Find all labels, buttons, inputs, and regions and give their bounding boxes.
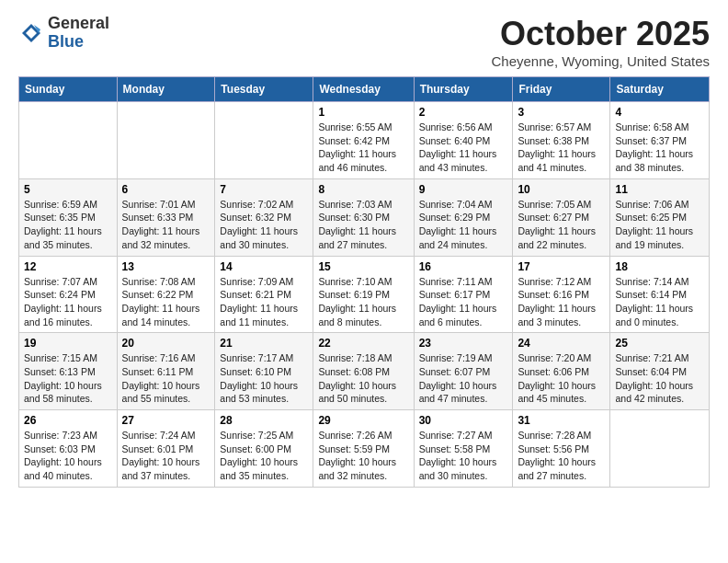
day-number: 2	[419, 106, 508, 119]
day-number: 4	[615, 106, 704, 119]
calendar-cell	[215, 102, 313, 179]
day-info: Sunrise: 7:07 AM Sunset: 6:24 PM Dayligh…	[24, 275, 112, 329]
calendar-cell: 31Sunrise: 7:28 AM Sunset: 5:56 PM Dayli…	[513, 410, 610, 488]
day-number: 10	[518, 183, 605, 196]
day-info: Sunrise: 7:23 AM Sunset: 6:03 PM Dayligh…	[24, 429, 112, 483]
day-number: 3	[518, 106, 605, 119]
logo: General Blue	[18, 15, 109, 52]
day-info: Sunrise: 6:58 AM Sunset: 6:37 PM Dayligh…	[615, 121, 704, 175]
month-title: October 2025	[492, 15, 711, 53]
calendar-cell: 22Sunrise: 7:18 AM Sunset: 6:08 PM Dayli…	[313, 333, 414, 410]
day-number: 20	[122, 337, 210, 350]
day-info: Sunrise: 7:09 AM Sunset: 6:21 PM Dayligh…	[220, 275, 308, 329]
calendar-cell	[19, 102, 118, 179]
logo-icon	[18, 20, 44, 46]
day-number: 1	[318, 106, 408, 119]
day-info: Sunrise: 7:27 AM Sunset: 5:58 PM Dayligh…	[419, 429, 508, 483]
weekday-header-saturday: Saturday	[610, 77, 710, 102]
day-info: Sunrise: 7:05 AM Sunset: 6:27 PM Dayligh…	[518, 198, 605, 252]
day-number: 18	[615, 260, 704, 273]
calendar-cell: 14Sunrise: 7:09 AM Sunset: 6:21 PM Dayli…	[215, 256, 313, 333]
day-info: Sunrise: 7:19 AM Sunset: 6:07 PM Dayligh…	[419, 351, 508, 406]
calendar-cell: 24Sunrise: 7:20 AM Sunset: 6:06 PM Dayli…	[513, 333, 610, 410]
day-number: 17	[518, 260, 605, 273]
calendar-cell: 6Sunrise: 7:01 AM Sunset: 6:33 PM Daylig…	[117, 178, 215, 256]
day-number: 13	[122, 260, 210, 273]
day-info: Sunrise: 7:03 AM Sunset: 6:30 PM Dayligh…	[318, 198, 408, 252]
day-info: Sunrise: 7:14 AM Sunset: 6:14 PM Dayligh…	[615, 275, 704, 329]
day-number: 19	[24, 337, 112, 350]
calendar-cell: 2Sunrise: 6:56 AM Sunset: 6:40 PM Daylig…	[414, 102, 513, 179]
calendar-cell: 16Sunrise: 7:11 AM Sunset: 6:17 PM Dayli…	[414, 256, 513, 333]
calendar-cell: 19Sunrise: 7:15 AM Sunset: 6:13 PM Dayli…	[19, 333, 118, 410]
calendar-cell: 9Sunrise: 7:04 AM Sunset: 6:29 PM Daylig…	[414, 178, 513, 256]
day-info: Sunrise: 7:06 AM Sunset: 6:25 PM Dayligh…	[615, 198, 704, 252]
calendar-cell: 4Sunrise: 6:58 AM Sunset: 6:37 PM Daylig…	[610, 102, 710, 179]
day-info: Sunrise: 7:21 AM Sunset: 6:04 PM Dayligh…	[615, 351, 704, 406]
calendar-cell: 25Sunrise: 7:21 AM Sunset: 6:04 PM Dayli…	[610, 333, 710, 410]
day-number: 21	[220, 337, 308, 350]
calendar-cell: 15Sunrise: 7:10 AM Sunset: 6:19 PM Dayli…	[313, 256, 414, 333]
day-info: Sunrise: 6:59 AM Sunset: 6:35 PM Dayligh…	[24, 198, 112, 252]
day-number: 22	[318, 337, 408, 350]
day-number: 31	[518, 414, 605, 427]
calendar-cell: 20Sunrise: 7:16 AM Sunset: 6:11 PM Dayli…	[117, 333, 215, 410]
day-number: 8	[318, 183, 408, 196]
day-info: Sunrise: 7:01 AM Sunset: 6:33 PM Dayligh…	[122, 198, 210, 252]
weekday-header-wednesday: Wednesday	[313, 77, 414, 102]
day-number: 9	[419, 183, 508, 196]
calendar-cell: 10Sunrise: 7:05 AM Sunset: 6:27 PM Dayli…	[513, 178, 610, 256]
calendar-cell: 26Sunrise: 7:23 AM Sunset: 6:03 PM Dayli…	[19, 410, 118, 488]
weekday-header-monday: Monday	[117, 77, 215, 102]
calendar-cell: 11Sunrise: 7:06 AM Sunset: 6:25 PM Dayli…	[610, 178, 710, 256]
day-info: Sunrise: 7:02 AM Sunset: 6:32 PM Dayligh…	[220, 198, 308, 252]
calendar-cell: 17Sunrise: 7:12 AM Sunset: 6:16 PM Dayli…	[513, 256, 610, 333]
day-info: Sunrise: 7:25 AM Sunset: 6:00 PM Dayligh…	[220, 429, 308, 483]
day-info: Sunrise: 7:24 AM Sunset: 6:01 PM Dayligh…	[122, 429, 210, 483]
calendar-cell	[610, 410, 710, 488]
day-number: 23	[419, 337, 508, 350]
page-header: General Blue October 2025 Cheyenne, Wyom…	[18, 15, 710, 69]
day-info: Sunrise: 6:56 AM Sunset: 6:40 PM Dayligh…	[419, 121, 508, 175]
day-info: Sunrise: 7:20 AM Sunset: 6:06 PM Dayligh…	[518, 351, 605, 406]
calendar-cell: 27Sunrise: 7:24 AM Sunset: 6:01 PM Dayli…	[117, 410, 215, 488]
calendar-cell: 29Sunrise: 7:26 AM Sunset: 5:59 PM Dayli…	[313, 410, 414, 488]
day-number: 27	[122, 414, 210, 427]
calendar-cell	[117, 102, 215, 179]
day-info: Sunrise: 6:57 AM Sunset: 6:38 PM Dayligh…	[518, 121, 605, 175]
day-number: 24	[518, 337, 605, 350]
day-number: 16	[419, 260, 508, 273]
day-number: 25	[615, 337, 704, 350]
day-number: 26	[24, 414, 112, 427]
day-number: 6	[122, 183, 210, 196]
day-number: 5	[24, 183, 112, 196]
day-number: 28	[220, 414, 308, 427]
day-info: Sunrise: 7:16 AM Sunset: 6:11 PM Dayligh…	[122, 351, 210, 406]
weekday-header-sunday: Sunday	[19, 77, 118, 102]
calendar-cell: 18Sunrise: 7:14 AM Sunset: 6:14 PM Dayli…	[610, 256, 710, 333]
day-number: 14	[220, 260, 308, 273]
calendar-cell: 28Sunrise: 7:25 AM Sunset: 6:00 PM Dayli…	[215, 410, 313, 488]
logo-general: General	[48, 15, 109, 33]
day-info: Sunrise: 7:10 AM Sunset: 6:19 PM Dayligh…	[318, 275, 408, 329]
calendar-cell: 12Sunrise: 7:07 AM Sunset: 6:24 PM Dayli…	[19, 256, 118, 333]
calendar-cell: 13Sunrise: 7:08 AM Sunset: 6:22 PM Dayli…	[117, 256, 215, 333]
day-number: 12	[24, 260, 112, 273]
day-info: Sunrise: 7:08 AM Sunset: 6:22 PM Dayligh…	[122, 275, 210, 329]
day-number: 15	[318, 260, 408, 273]
calendar-cell: 5Sunrise: 6:59 AM Sunset: 6:35 PM Daylig…	[19, 178, 118, 256]
title-block: October 2025 Cheyenne, Wyoming, United S…	[492, 15, 711, 69]
day-info: Sunrise: 7:12 AM Sunset: 6:16 PM Dayligh…	[518, 275, 605, 329]
logo-text: General Blue	[48, 15, 109, 52]
calendar-table: SundayMondayTuesdayWednesdayThursdayFrid…	[18, 76, 710, 488]
weekday-header-thursday: Thursday	[414, 77, 513, 102]
weekday-header-tuesday: Tuesday	[215, 77, 313, 102]
day-info: Sunrise: 7:28 AM Sunset: 5:56 PM Dayligh…	[518, 429, 605, 483]
day-info: Sunrise: 7:04 AM Sunset: 6:29 PM Dayligh…	[419, 198, 508, 252]
calendar-cell: 7Sunrise: 7:02 AM Sunset: 6:32 PM Daylig…	[215, 178, 313, 256]
calendar-cell: 8Sunrise: 7:03 AM Sunset: 6:30 PM Daylig…	[313, 178, 414, 256]
calendar-cell: 3Sunrise: 6:57 AM Sunset: 6:38 PM Daylig…	[513, 102, 610, 179]
calendar-cell: 23Sunrise: 7:19 AM Sunset: 6:07 PM Dayli…	[414, 333, 513, 410]
day-info: Sunrise: 6:55 AM Sunset: 6:42 PM Dayligh…	[318, 121, 408, 175]
day-number: 11	[615, 183, 704, 196]
